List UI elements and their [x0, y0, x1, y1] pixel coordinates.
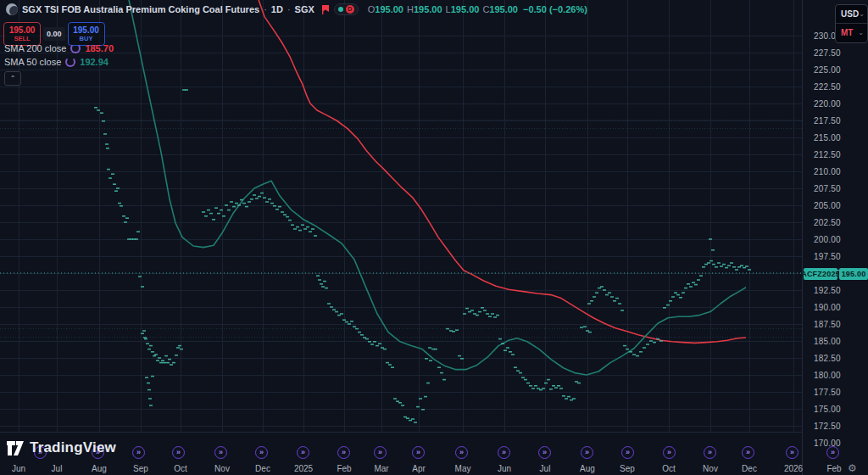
indicator-value: 192.94 [80, 57, 108, 67]
collapse-legend-button[interactable]: ⌃ [4, 71, 21, 86]
time-axis-label: Jun [498, 464, 511, 473]
time-axis-label: Sep [620, 464, 635, 473]
separator: · [264, 4, 267, 14]
price-axis-label: 220.00 [814, 99, 865, 109]
sell-button[interactable]: 195.00 SELL [3, 22, 41, 46]
symbol-header: SGX TSI FOB Australia Premium Coking Coa… [6, 3, 587, 15]
delayed-data-icon: D [346, 5, 354, 14]
market-status-badge[interactable]: D [334, 3, 359, 15]
loading-icon [70, 43, 81, 53]
contract-tag: ACFZ2025 [804, 268, 837, 280]
price-axis-label: 200.00 [814, 235, 865, 244]
brand-name: TradingView [30, 439, 116, 456]
contract-roll-icon[interactable]: » [297, 446, 309, 459]
unit-selector-row[interactable]: MT ⌄ [836, 24, 867, 42]
gear-icon[interactable]: ⚙ [848, 462, 857, 474]
price-axis-label: 210.00 [814, 167, 865, 176]
contract-roll-icon[interactable]: » [786, 446, 798, 459]
price-axis-label: 175.00 [814, 405, 865, 414]
contract-roll-icon[interactable]: » [704, 446, 716, 459]
change-readout: −0.50 (−0.26%) [523, 4, 587, 14]
price-axis-label: 225.00 [814, 65, 865, 75]
price-axis-label: 190.00 [814, 303, 865, 312]
contract-roll-icon[interactable]: » [826, 446, 839, 459]
time-axis-label: Dec [742, 464, 757, 473]
instrument-logo-icon [6, 3, 18, 15]
time-axis-label: Jul [52, 464, 63, 473]
time-axis-label: May [455, 464, 471, 473]
price-axis-label: 212.50 [814, 150, 865, 159]
price-axis-label: 172.50 [814, 422, 865, 431]
price-axis-label: 177.50 [814, 388, 865, 397]
time-axis-label: 2026 [784, 464, 803, 473]
time-axis-label: Jul [540, 464, 551, 473]
symbol-title[interactable]: SGX TSI FOB Australia Premium Coking Coa… [22, 4, 259, 14]
time-axis-label: Jun [12, 464, 25, 473]
price-axis-label: 192.50 [814, 286, 865, 295]
contract-roll-icon[interactable]: » [374, 446, 387, 459]
indicator-value: 185.70 [85, 43, 114, 53]
contract-roll-icon[interactable]: » [621, 446, 634, 459]
indicator-row-sma200[interactable]: SMA 200 close 185.70 [4, 43, 114, 53]
time-axis-label: Dec [255, 464, 270, 473]
time-axis-border [0, 432, 802, 433]
time-axis-label: Feb [337, 464, 351, 473]
unit-selector: USD ⌄ MT ⌄ [835, 4, 868, 43]
price-axis-label: 202.50 [814, 218, 865, 227]
time-axis-label: Aug [580, 464, 595, 473]
price-axis-label: 215.00 [814, 133, 865, 142]
contract-roll-icon[interactable]: » [581, 446, 593, 459]
loading-icon [65, 57, 75, 67]
price-axis-label: 222.50 [814, 82, 865, 92]
interval-label[interactable]: 1D [271, 4, 283, 14]
contract-roll-icon[interactable]: » [663, 446, 676, 459]
price-axis-label: 207.50 [814, 184, 865, 193]
price-axis-label: 170.00 [814, 439, 865, 448]
chevron-down-icon: ⌄ [859, 11, 865, 18]
time-axis-label: Aug [92, 464, 107, 473]
separator: · [287, 4, 291, 14]
price-axis-label: 197.50 [814, 252, 865, 261]
contract-roll-icon[interactable]: » [538, 446, 551, 459]
live-status-icon [338, 7, 343, 12]
contract-roll-icon[interactable]: » [172, 446, 185, 459]
contract-roll-icon[interactable]: » [455, 446, 468, 459]
price-axis-label: 227.50 [814, 48, 865, 58]
price-axis-label: 217.50 [814, 116, 865, 126]
buy-button[interactable]: 195.00 BUY [68, 22, 105, 46]
time-axis-label: Oct [174, 464, 187, 473]
chevron-down-icon: ⌄ [858, 30, 864, 36]
price-axis-label: 180.00 [814, 371, 865, 380]
contract-roll-icon[interactable]: » [498, 446, 510, 459]
ohlc-readout: O195.00 H195.00 L195.00 C195.00 −0.50 (−… [368, 4, 587, 14]
contract-roll-icon[interactable]: » [214, 446, 227, 459]
contract-roll-icon[interactable]: » [337, 446, 350, 459]
currency-label: USD [841, 9, 859, 19]
contract-roll-icon[interactable]: » [255, 446, 268, 459]
time-axis-label: Oct [662, 464, 676, 473]
current-price-tag: 195.00 [839, 268, 868, 280]
trade-panel: 195.00 SELL 0.00 195.00 BUY [3, 22, 105, 46]
time-axis-label: Feb [826, 464, 841, 473]
contract-roll-icon[interactable]: » [742, 446, 754, 459]
currency-selector[interactable]: USD ⌄ [836, 5, 867, 24]
price-chart[interactable] [0, 0, 802, 462]
time-axis-label: Mar [374, 464, 388, 473]
unit-label: MT [841, 28, 853, 37]
price-axis-label: 182.50 [814, 354, 865, 363]
indicator-row-sma50[interactable]: SMA 50 close 192.94 [4, 57, 108, 67]
time-axis-label: Nov [214, 464, 230, 473]
flag-icon[interactable] [321, 4, 330, 14]
time-axis-label: Apr [412, 464, 426, 473]
spread-value: 0.00 [43, 27, 65, 41]
tradingview-logo[interactable]: TradingView [7, 439, 116, 456]
tradingview-logo-icon [7, 440, 25, 456]
price-axis-border [802, 0, 803, 475]
price-axis-label: 205.00 [814, 201, 865, 210]
time-axis-label: Sep [133, 464, 148, 473]
exchange-label[interactable]: SGX [295, 4, 314, 14]
contract-roll-icon[interactable]: » [132, 446, 145, 459]
contract-roll-icon[interactable]: » [412, 446, 425, 459]
tradingview-chart-window: 230.00227.50225.00222.50220.00217.50215.… [0, 0, 868, 475]
time-axis-label: 2025 [294, 464, 313, 473]
